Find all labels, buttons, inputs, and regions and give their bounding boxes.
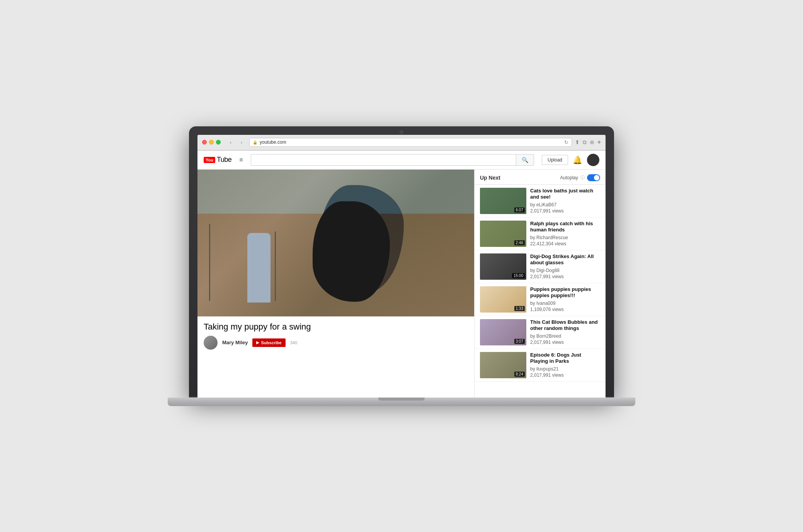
sidebar-header: Up Next Autoplay ⓘ (475, 170, 606, 185)
video-duration: 6:07 (514, 207, 525, 212)
nav-buttons: ‹ › (226, 138, 246, 146)
browser-menu-icon[interactable]: ⊕ (590, 139, 594, 145)
subscribe-icon: ▶ (256, 340, 259, 345)
video-meta: Mary Miley ▶ Subscribe 340 (204, 336, 468, 350)
rec-title: Cats love baths just watch and see! (530, 188, 600, 201)
laptop-base (168, 398, 635, 406)
up-next-label: Up Next (480, 175, 500, 181)
close-button[interactable] (202, 140, 207, 144)
rec-info: Cats love baths just watch and see! by e… (530, 188, 600, 214)
forward-button[interactable]: › (237, 138, 246, 146)
autoplay-toggle[interactable] (587, 174, 600, 181)
search-bar: 🔍 (251, 154, 534, 166)
rec-info: This Cat Blows Bubbles and other random … (530, 319, 600, 345)
rec-title: Puppies puppies puppies puppies puppies!… (530, 286, 600, 299)
share-icon[interactable]: ⬆ (575, 139, 580, 145)
laptop-frame: ‹ › 🔒 youtube.com ↻ ⬆ ⧉ ⊕ + (189, 126, 614, 406)
autoplay-info-icon[interactable]: ⓘ (580, 175, 585, 180)
user-avatar[interactable] (587, 154, 599, 166)
rec-channel: by iluvpups21 (530, 366, 600, 372)
rec-channel: by eLiKaB67 (530, 202, 600, 207)
video-duration: 8:24 (514, 372, 525, 377)
video-duration: 15:00 (512, 273, 525, 278)
subscribe-button[interactable]: ▶ Subscribe (252, 338, 285, 347)
channel-info: Mary Miley (222, 340, 248, 345)
rec-thumbnail-4: 3:07 (480, 319, 526, 345)
browser-right-controls: ⬆ ⧉ ⊕ + (575, 139, 601, 146)
rec-thumbnail-3: 1:33 (480, 286, 526, 313)
rec-views: 22,412,304 views (530, 241, 600, 246)
youtube-logo[interactable]: You Tube (204, 156, 231, 164)
video-player[interactable]: ▶ ⏭ 🔊 0:00 / 0:43 CC ⚙ HD (197, 170, 474, 316)
video-duration: 1:33 (514, 306, 525, 311)
rec-title: Digi-Dog Strikes Again: All about glasse… (530, 253, 600, 267)
list-item[interactable]: 6:07 Cats love baths just watch and see!… (475, 185, 606, 218)
list-item[interactable]: 1:33 Puppies puppies puppies puppies pup… (475, 283, 606, 316)
rec-thumbnail-1: 2:46 (480, 221, 526, 247)
url-text: youtube.com (260, 139, 562, 145)
subscriber-count: 340 (290, 340, 297, 345)
rec-thumbnail-0: 6:07 (480, 188, 526, 214)
reload-icon[interactable]: ↻ (564, 139, 568, 145)
rec-title: This Cat Blows Bubbles and other random … (530, 319, 600, 332)
video-duration: 3:07 (514, 339, 525, 344)
rec-views: 2,017,991 views (530, 340, 600, 345)
youtube-logo-text: Tube (217, 156, 231, 164)
rec-views: 2,017,991 views (530, 274, 600, 279)
list-item[interactable]: 3:07 This Cat Blows Bubbles and other ra… (475, 316, 606, 349)
recommendations-list: 6:07 Cats love baths just watch and see!… (475, 185, 606, 382)
rec-info: Episode 6: Dogs Just Playing in Parks by… (530, 352, 600, 378)
search-button[interactable]: 🔍 (516, 155, 534, 165)
browser-titlebar: ‹ › 🔒 youtube.com ↻ ⬆ ⧉ ⊕ + (197, 135, 606, 150)
new-tab-icon[interactable]: ⧉ (583, 139, 587, 146)
youtube-header: You Tube ≡ 🔍 Upload 🔔 (197, 151, 606, 170)
rec-title: Episode 6: Dogs Just Playing in Parks (530, 352, 600, 365)
recommendations-sidebar: Up Next Autoplay ⓘ 6:07 Cats love baths … (474, 170, 606, 398)
browser-chrome: ‹ › 🔒 youtube.com ↻ ⬆ ⧉ ⊕ + (197, 135, 606, 151)
rec-channel: by Digi-Dog88 (530, 268, 600, 273)
subscribe-label: Subscribe (261, 340, 281, 345)
traffic-lights (202, 140, 221, 144)
rec-info: Puppies puppies puppies puppies puppies!… (530, 286, 600, 313)
maximize-button[interactable] (216, 140, 221, 144)
rec-thumbnail-5: 8:24 (480, 352, 526, 378)
notifications-bell-icon[interactable]: 🔔 (573, 155, 582, 165)
video-duration: 2:46 (514, 240, 525, 245)
back-button[interactable]: ‹ (226, 138, 235, 146)
autoplay-controls: Autoplay ⓘ (560, 174, 600, 181)
rec-views: 2,017,991 views (530, 372, 600, 378)
browser-window: ‹ › 🔒 youtube.com ↻ ⬆ ⧉ ⊕ + (197, 135, 606, 398)
rec-info: Ralph plays catch with his human friends… (530, 221, 600, 247)
autoplay-label: Autoplay (560, 175, 578, 180)
rec-channel: by RichardRescue (530, 235, 600, 240)
main-content: ▶ ⏭ 🔊 0:00 / 0:43 CC ⚙ HD (197, 170, 606, 398)
minimize-button[interactable] (209, 140, 214, 144)
video-title: Taking my puppy for a swing (204, 322, 468, 332)
list-item[interactable]: 8:24 Episode 6: Dogs Just Playing in Par… (475, 349, 606, 382)
add-tab-button[interactable]: + (597, 139, 601, 146)
video-thumbnail (197, 170, 474, 316)
rec-views: 2,017,991 views (530, 208, 600, 214)
search-input[interactable] (251, 155, 516, 165)
channel-name: Mary Miley (222, 340, 248, 345)
video-section: ▶ ⏭ 🔊 0:00 / 0:43 CC ⚙ HD (197, 170, 474, 398)
lock-icon: 🔒 (253, 140, 257, 144)
address-bar[interactable]: 🔒 youtube.com ↻ (249, 138, 572, 147)
list-item[interactable]: 2:46 Ralph plays catch with his human fr… (475, 218, 606, 250)
screen-bezel: ‹ › 🔒 youtube.com ↻ ⬆ ⧉ ⊕ + (189, 126, 614, 398)
youtube-logo-icon: You (204, 157, 215, 163)
rec-channel: by Born2Breed (530, 333, 600, 339)
rec-thumbnail-2: 15:00 (480, 253, 526, 280)
list-item[interactable]: 15:00 Digi-Dog Strikes Again: All about … (475, 250, 606, 283)
rec-info: Digi-Dog Strikes Again: All about glasse… (530, 253, 600, 280)
rec-channel: by Ivana009 (530, 301, 600, 306)
upload-button[interactable]: Upload (542, 155, 568, 165)
video-info: Taking my puppy for a swing Mary Miley ▶… (197, 316, 474, 353)
channel-avatar[interactable] (204, 336, 218, 350)
rec-views: 1,109,076 views (530, 307, 600, 312)
rec-title: Ralph plays catch with his human friends (530, 221, 600, 234)
hamburger-menu-icon[interactable]: ≡ (239, 156, 243, 163)
